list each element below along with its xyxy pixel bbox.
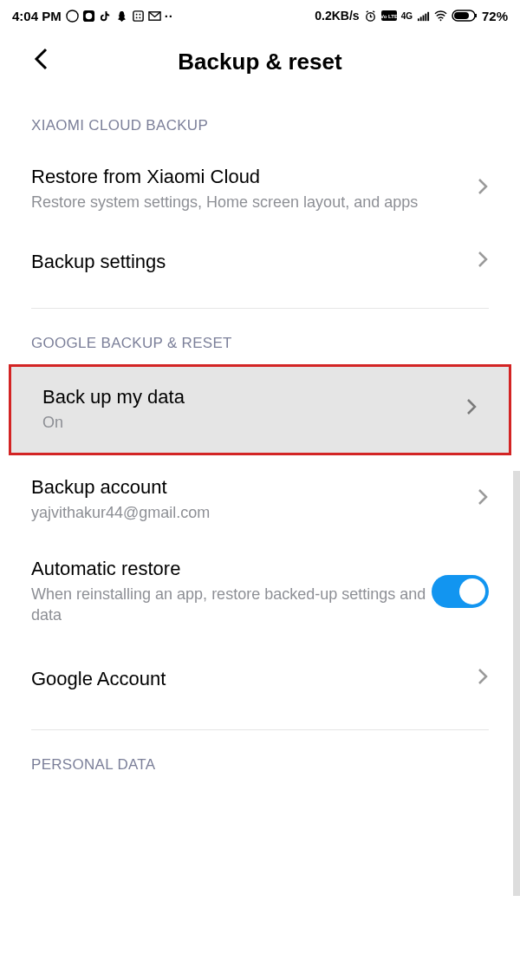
row-title: Google Account — [31, 668, 466, 690]
row-title: Backup account — [31, 476, 466, 499]
section-google-backup: GOOGLE BACKUP & RESET — [0, 309, 520, 364]
row-sub: yajvithakur44@gmail.com — [31, 502, 466, 523]
status-bar: 4:04 PM ·· 0.2KB/s Vo LTE 4G 72% — [0, 0, 520, 31]
toggle-knob — [459, 578, 485, 604]
chevron-right-icon — [477, 667, 489, 691]
volte-icon: Vo LTE — [381, 10, 397, 23]
row-restore-xiaomi-cloud[interactable]: Restore from Xiaomi Cloud Restore system… — [0, 147, 520, 232]
content: XIAOMI CLOUD BACKUP Restore from Xiaomi … — [0, 101, 520, 786]
status-speed: 0.2KB/s — [315, 9, 359, 23]
status-time: 4:04 PM — [12, 9, 62, 23]
svg-rect-19 — [454, 12, 469, 19]
row-google-account[interactable]: Google Account — [0, 644, 520, 714]
alarm-icon — [364, 10, 377, 23]
row-automatic-restore[interactable]: Automatic restore When reinstalling an a… — [0, 539, 520, 645]
chevron-right-icon — [477, 250, 489, 274]
svg-rect-15 — [425, 13, 426, 20]
section-personal-data: PERSONAL DATA — [0, 730, 520, 786]
battery-icon — [452, 10, 478, 23]
row-sub: When reinstalling an app, restore backed… — [31, 584, 432, 626]
tiktok-icon — [99, 10, 112, 23]
chevron-right-icon — [465, 397, 478, 421]
scrollbar[interactable] — [513, 471, 520, 896]
svg-point-2 — [85, 12, 92, 19]
row-backup-settings[interactable]: Backup settings — [0, 232, 520, 292]
svg-point-17 — [440, 19, 442, 21]
svg-rect-20 — [475, 14, 477, 17]
signal-icon — [417, 10, 430, 23]
chevron-right-icon — [477, 487, 489, 512]
header: Backup & reset — [0, 31, 520, 101]
automatic-restore-toggle[interactable] — [432, 575, 489, 608]
status-left: 4:04 PM ·· — [12, 9, 173, 23]
svg-point-6 — [135, 16, 137, 18]
svg-point-4 — [135, 13, 137, 15]
back-button[interactable] — [33, 46, 50, 78]
chevron-right-icon — [477, 177, 489, 201]
svg-text:Vo LTE: Vo LTE — [381, 14, 397, 19]
status-right: 0.2KB/s Vo LTE 4G 72% — [315, 9, 508, 23]
svg-rect-3 — [133, 10, 143, 20]
section-xiaomi-cloud: XIAOMI CLOUD BACKUP — [0, 101, 520, 147]
row-sub: On — [42, 412, 455, 433]
row-title: Restore from Xiaomi Cloud — [31, 166, 466, 188]
svg-rect-16 — [427, 11, 429, 20]
row-title: Automatic restore — [31, 558, 432, 580]
svg-point-0 — [67, 10, 78, 21]
row-sub: Restore system settings, Home screen lay… — [31, 192, 466, 212]
row-title: Backup settings — [31, 251, 466, 273]
whatsapp-icon — [66, 10, 79, 23]
status-app-icons: ·· — [66, 9, 173, 23]
row-title: Back up my data — [42, 386, 455, 408]
page-title: Backup & reset — [17, 49, 503, 75]
wifi-icon — [434, 10, 447, 23]
svg-rect-13 — [420, 16, 422, 21]
grid-icon — [132, 10, 145, 23]
status-battery: 72% — [482, 9, 508, 23]
sports-icon — [82, 10, 95, 23]
svg-point-5 — [139, 13, 140, 15]
gmail-icon — [148, 10, 161, 23]
svg-rect-12 — [418, 18, 419, 21]
snapchat-icon — [115, 10, 128, 23]
net-label: 4G — [401, 11, 413, 21]
row-backup-account[interactable]: Backup account yajvithakur44@gmail.com — [0, 455, 520, 539]
row-backup-my-data[interactable]: Back up my data On — [9, 364, 511, 454]
more-icon: ·· — [165, 9, 173, 23]
svg-rect-14 — [423, 15, 425, 21]
svg-point-7 — [139, 16, 140, 18]
